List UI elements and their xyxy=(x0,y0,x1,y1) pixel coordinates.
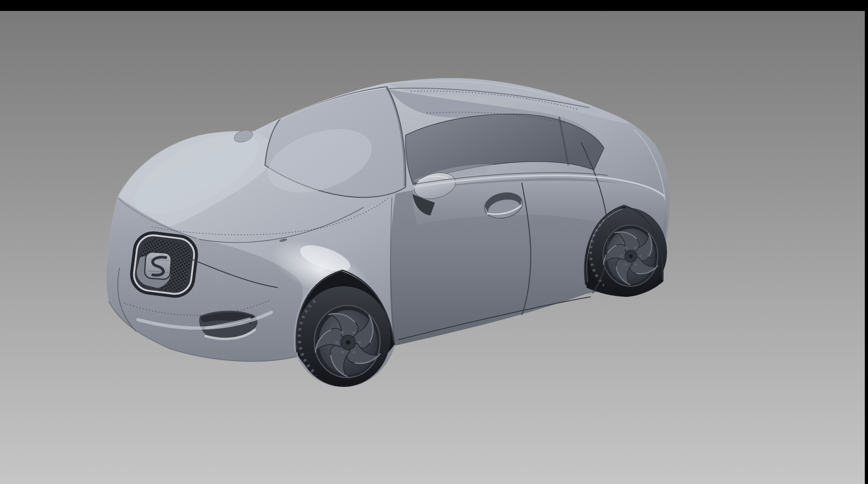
application-window xyxy=(0,0,868,484)
seat-emblem xyxy=(144,252,172,280)
front-wheel xyxy=(296,286,391,387)
front-hub-cap xyxy=(346,340,350,345)
front-grille xyxy=(127,231,198,298)
rear-hub-cap xyxy=(629,254,633,258)
render-canvas xyxy=(0,0,868,484)
